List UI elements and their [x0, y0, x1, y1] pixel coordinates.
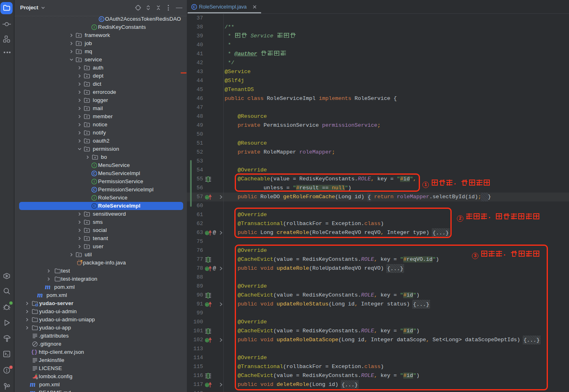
svg-text:C: C	[93, 204, 95, 208]
svg-text:I: I	[93, 196, 94, 200]
svg-text:I: I	[93, 163, 94, 167]
svg-text:C: C	[100, 17, 103, 21]
svg-text:I: I	[93, 180, 94, 184]
svg-text:I: I	[93, 25, 94, 29]
svg-text:C: C	[93, 188, 95, 192]
svg-text:C: C	[193, 5, 196, 9]
svg-text:C: C	[93, 171, 95, 175]
